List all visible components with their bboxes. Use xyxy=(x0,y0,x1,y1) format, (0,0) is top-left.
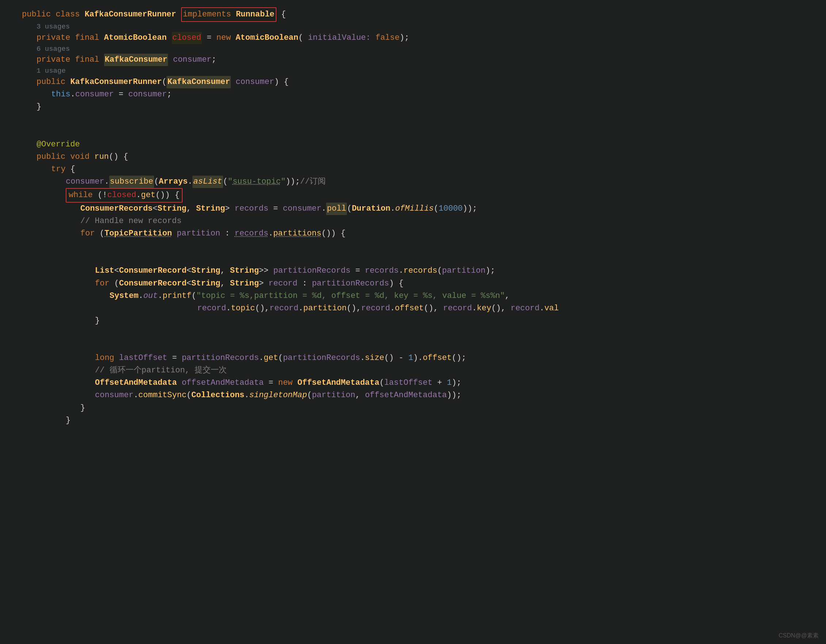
ofmillis-method: ofMillis xyxy=(395,203,434,215)
blank-line-6 xyxy=(7,340,826,352)
get-method: get xyxy=(141,191,155,200)
offset-and-metadata-var: offsetAndMetadata xyxy=(182,377,264,389)
topicpartition-type: TopicPartition xyxy=(104,227,172,240)
line-for-record: for (ConsumerRecord<String, String> reco… xyxy=(7,278,826,290)
topic-string: "susu-topic" xyxy=(228,175,286,188)
param-label: initialValue: xyxy=(303,32,371,44)
kw-final2: final xyxy=(75,54,104,66)
consumer-commit: consumer xyxy=(95,389,134,402)
classname: KafkaConsumerRunner xyxy=(85,8,176,21)
closed-var-while: closed xyxy=(107,191,136,200)
consumer-var: consumer xyxy=(173,54,212,66)
one: 1 xyxy=(408,352,413,364)
records-var2: records xyxy=(365,265,398,277)
line-while: while (!closed.get()) { xyxy=(7,188,826,203)
printf-method: printf xyxy=(163,290,191,302)
string-type4: String xyxy=(230,265,259,277)
line-close-while: } xyxy=(7,414,826,427)
commitsync-method: commitSync xyxy=(138,389,186,402)
consumer-assign: consumer xyxy=(128,88,167,101)
out-field: out xyxy=(143,290,158,302)
ctor-name: KafkaConsumerRunner xyxy=(70,76,162,88)
line-subscribe: consumer.subscribe(Arrays.asList("susu-t… xyxy=(7,175,826,188)
offset-method2: offset xyxy=(423,352,452,364)
record-key: record xyxy=(443,302,472,315)
partition-records-var2: partitionRecords xyxy=(312,278,389,290)
line-for-partition: for (TopicPartition partition : records.… xyxy=(7,227,826,240)
record-val: record xyxy=(511,302,539,315)
get-method2: get xyxy=(264,352,278,364)
aslist-method: asList xyxy=(193,175,223,188)
record-var: record xyxy=(269,278,297,290)
kw-this: this xyxy=(51,88,70,101)
partition-records-get: partitionRecords xyxy=(182,352,259,364)
keyword-class: class xyxy=(56,8,84,21)
partitions-method: partitions xyxy=(273,227,321,240)
handle-comment: // Handle new records xyxy=(80,215,182,227)
consumer-subscribe: consumer xyxy=(66,175,104,188)
line-list-partition: List<ConsumerRecord<String, String>> par… xyxy=(7,265,826,277)
this-consumer-var: consumer xyxy=(75,88,114,101)
subscribe-method: subscribe xyxy=(109,175,154,188)
last-offset-var: lastOffset xyxy=(119,352,167,364)
last-offset-arg: lastOffset xyxy=(384,377,432,389)
kw-final: final xyxy=(75,32,104,44)
line-comment-loop: // 循环一个partition, 提交一次 xyxy=(7,364,826,377)
atomicboolean-ctor: AtomicBoolean xyxy=(236,32,298,44)
line-offset-metadata: OffsetAndMetadata offsetAndMetadata = ne… xyxy=(7,377,826,389)
atomicboolean-type: AtomicBoolean xyxy=(104,32,167,44)
usage-hint-3: 3 usages xyxy=(7,22,826,32)
kw-new: new xyxy=(217,32,236,44)
line-last-offset: long lastOffset = partitionRecords.get(p… xyxy=(7,352,826,364)
key-method: key xyxy=(477,302,492,315)
brace-open: { xyxy=(276,8,286,21)
duration-class: Duration xyxy=(352,203,390,215)
kafkaconsumer-type: KafkaConsumer xyxy=(104,54,168,66)
record-topic: record xyxy=(197,302,226,315)
kw-new2: new xyxy=(278,377,298,389)
partition-records-var: partitionRecords xyxy=(273,265,351,277)
line-handle-comment: // Handle new records xyxy=(7,215,826,227)
implements-box: implements Runnable xyxy=(181,7,276,22)
blank-line-3 xyxy=(7,240,826,252)
blank-line-5 xyxy=(7,327,826,340)
kw-public2: public xyxy=(37,76,70,88)
kw-for2: for xyxy=(95,278,114,290)
offset-method: offset xyxy=(395,302,424,315)
line-this-consumer: this.consumer = consumer; xyxy=(7,88,826,101)
blank-line-2 xyxy=(7,126,826,138)
line-close-for-inner: } xyxy=(7,315,826,327)
records-method: records xyxy=(404,265,437,277)
line-override: @Override xyxy=(7,138,826,151)
kw-false: false xyxy=(376,32,399,44)
collections-class: Collections xyxy=(191,389,244,402)
line-try: try { xyxy=(7,163,826,175)
partition-records-size: partitionRecords xyxy=(283,352,360,364)
line-commit-sync: consumer.commitSync(Collections.singleto… xyxy=(7,389,826,402)
line-close-for-outer: } xyxy=(7,402,826,414)
topic-method: topic xyxy=(231,302,255,315)
string-type1: String xyxy=(157,203,186,215)
keyword-public: public xyxy=(22,8,56,21)
kafkaconsumer-param-type: KafkaConsumer xyxy=(166,76,231,88)
line-record-fields: record.topic(),record.partition(),record… xyxy=(7,302,826,315)
one2: 1 xyxy=(447,377,452,389)
partition-var: partition xyxy=(177,227,220,240)
string-type6: String xyxy=(230,278,259,290)
while-box: while (!closed.get()) { xyxy=(66,188,183,203)
system-class: System xyxy=(110,290,138,302)
blank-line-1 xyxy=(7,113,826,126)
records-partitions: records xyxy=(235,227,269,240)
poll-method: poll xyxy=(326,203,347,215)
consumer-param: consumer xyxy=(236,76,274,88)
code-editor: public class KafkaConsumerRunner impleme… xyxy=(0,0,826,434)
kw-try: try xyxy=(51,163,70,175)
usage-hint-6: 6 usages xyxy=(7,44,826,54)
offsetandmetadata-ctor: OffsetAndMetadata xyxy=(298,377,379,389)
partition-arg2: partition xyxy=(312,389,355,402)
string-type2: String xyxy=(196,203,225,215)
format-string: "topic = %s,partition = %d, offset = %d,… xyxy=(196,290,505,302)
timeout-number: 10000 xyxy=(439,203,463,215)
line-system-out: System.out.printf("topic = %s,partition … xyxy=(7,290,826,302)
closed-var: closed xyxy=(172,32,202,44)
